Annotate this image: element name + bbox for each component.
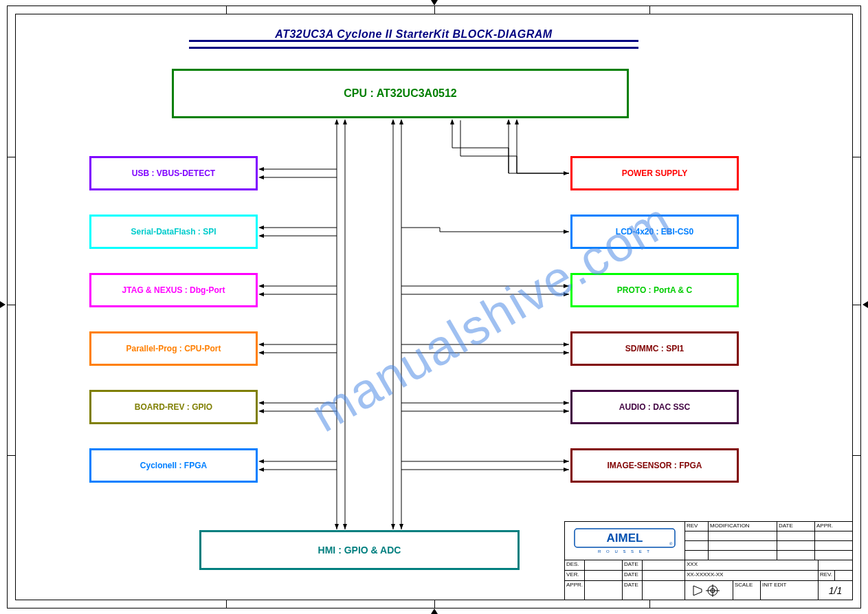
rev-cell	[815, 551, 853, 560]
ruler-arrow-icon	[431, 608, 438, 614]
ruler-tick	[853, 455, 861, 456]
rev-cell	[709, 531, 777, 540]
ruler-tick	[7, 157, 15, 157]
rev-cell	[815, 541, 853, 550]
ruler-tick	[7, 305, 15, 305]
des-value	[585, 560, 623, 570]
ruler-arrow-icon	[863, 301, 868, 308]
ruler-tick	[853, 157, 861, 157]
date-label: DATE	[623, 581, 643, 600]
appr-value	[585, 581, 623, 600]
block-hmi: HMI : GPIO & ADC	[199, 530, 520, 570]
block-usb: USB : VBUS-DETECT	[89, 156, 258, 190]
init-edit: INIT EDIT	[761, 581, 819, 600]
date-label: DATE	[623, 560, 643, 570]
revision-grid: REVMODIFICATIONDATEAPPR.	[685, 522, 853, 560]
svg-text:R  O  U  S  S  E  T: R O U S S E T	[598, 549, 652, 553]
ruler-tick	[434, 6, 435, 14]
rev-cell	[777, 551, 815, 560]
title-underline	[189, 40, 638, 42]
appr-label: APPR.	[565, 581, 585, 600]
ruler-tick	[649, 6, 650, 14]
empty-cell	[819, 560, 853, 570]
scale-label: SCALE	[733, 581, 761, 600]
block-proto: PROTO : PortA & C	[570, 273, 739, 307]
date-value	[643, 581, 685, 600]
title-block: AIMEL ® R O U S S E T REVMODIFICATIONDAT…	[564, 521, 853, 600]
rev-cell	[777, 541, 815, 550]
rev-header: REV	[685, 522, 709, 531]
block-cyclone-fpga: CycloneII : FPGA	[89, 448, 258, 483]
svg-marker-30	[693, 586, 702, 595]
block-audio: AUDIO : DAC SSC	[570, 390, 739, 424]
block-lcd: LCD-4x20 : EBI-CS0	[570, 215, 739, 249]
ruler-tick	[649, 600, 650, 608]
rev-cell	[685, 541, 709, 550]
ruler-tick	[7, 455, 15, 456]
rev-label: REV.	[819, 571, 835, 580]
svg-text:®: ®	[669, 542, 673, 546]
block-sd-mmc: SD/MMC : SPI1	[570, 331, 739, 366]
des-label: DES.	[565, 560, 585, 570]
atmel-logo: AIMEL ® R O U S S E T	[565, 522, 685, 560]
svg-text:AIMEL: AIMEL	[607, 531, 643, 545]
ver-value	[585, 571, 623, 580]
ruler-arrow-icon	[0, 301, 5, 308]
rev-value	[835, 571, 853, 580]
ruler-tick	[853, 305, 861, 305]
rev-header: APPR.	[815, 522, 853, 531]
diagram-title: AT32UC3A Cyclone II StarterKit BLOCK-DIA…	[189, 28, 638, 41]
block-image-sensor: IMAGE-SENSOR : FPGA	[570, 448, 739, 483]
rev-cell	[685, 531, 709, 540]
title-underline	[189, 47, 638, 49]
block-cpu: CPU : AT32UC3A0512	[172, 69, 629, 118]
block-parallel-prog: Parallel-Prog : CPU-Port	[89, 331, 258, 366]
rev-cell	[777, 531, 815, 540]
date-label: DATE	[623, 571, 643, 580]
block-serial-flash: Serial-DataFlash : SPI	[89, 215, 258, 249]
sheet-number: 1/1	[819, 581, 853, 600]
rev-cell	[815, 531, 853, 540]
ruler-arrow-icon	[431, 0, 438, 6]
block-jtag: JTAG & NEXUS : Dbg-Port	[89, 273, 258, 307]
title-block-lower: DES. DATE XXX VER. DATE XX-XXXXX-XX REV.…	[565, 560, 853, 600]
rev-cell	[709, 541, 777, 550]
rev-cell	[709, 551, 777, 560]
rev-cell	[685, 551, 709, 560]
date-value	[643, 571, 685, 580]
ruler-tick	[226, 600, 227, 608]
proj-code: XXX	[685, 560, 819, 570]
date-value	[643, 560, 685, 570]
block-power: POWER SUPPLY	[570, 156, 739, 190]
ruler-tick	[226, 6, 227, 14]
ver-label: VER.	[565, 571, 585, 580]
ruler-tick	[434, 600, 435, 608]
rev-header: DATE	[777, 522, 815, 531]
rev-header: MODIFICATION	[709, 522, 777, 531]
block-board-rev: BOARD-REV : GPIO	[89, 390, 258, 424]
drawing-number: XX-XXXXX-XX	[685, 571, 819, 580]
projection-icon	[685, 581, 733, 600]
